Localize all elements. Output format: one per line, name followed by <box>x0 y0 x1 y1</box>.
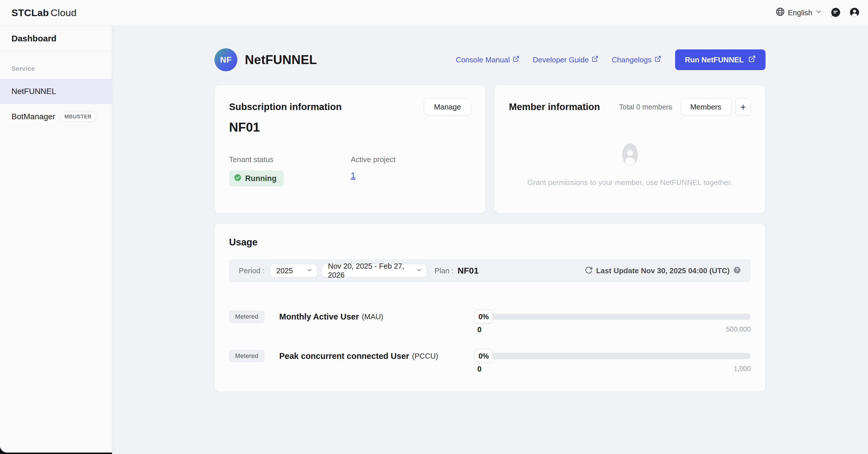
chevron-down-icon <box>815 8 822 17</box>
topbar-actions: English <box>775 7 860 19</box>
meter-max-value: 1,000 <box>734 365 751 373</box>
sidebar-item-label: NetFUNNEL <box>11 87 56 96</box>
date-range-select[interactable]: Nov 20, 2025 - Feb 27, 2026 <box>321 264 427 278</box>
sidebar-item-netfunnel[interactable]: NetFUNNEL <box>0 79 112 104</box>
developer-guide-link[interactable]: Developer Guide <box>533 55 598 64</box>
tenant-status-badge: Running <box>229 170 284 187</box>
sidebar: Dashboard Service NetFUNNEL BotManager M… <box>0 26 112 454</box>
progress-bar <box>477 353 751 359</box>
member-total-text: Total 0 members <box>619 103 672 111</box>
person-placeholder-icon <box>621 162 639 167</box>
meter-abbr: (PCCU) <box>412 352 438 361</box>
sidebar-item-dashboard[interactable]: Dashboard <box>0 26 112 51</box>
period-label: Period : <box>239 266 265 275</box>
chevron-down-icon <box>306 266 313 275</box>
page-title: NetFUNNEL <box>245 53 317 67</box>
sidebar-section-service: Service <box>11 65 100 73</box>
member-card: Member information Total 0 members Membe… <box>494 85 766 214</box>
member-empty-state: Grant permissions to your member, use Ne… <box>509 115 751 187</box>
mbuster-badge: MBUSTER <box>60 112 96 122</box>
members-button[interactable]: Members <box>680 98 732 115</box>
percent-badge: 0% <box>474 349 493 363</box>
sidebar-item-label: BotManager <box>11 112 55 121</box>
meter-current-value: 0 <box>477 325 482 334</box>
usage-card: Usage Period : 2025 Nov 20, 2025 - Feb 2… <box>214 223 766 392</box>
subscription-plan-name: NF01 <box>229 120 471 135</box>
tenant-status-value: Running <box>245 174 276 183</box>
header-links: Console Manual Developer Guide Changelog… <box>456 55 661 64</box>
meter-name: Monthly Active User <box>279 312 359 321</box>
year-select[interactable]: 2025 <box>270 264 317 278</box>
svg-text:?: ? <box>736 267 739 273</box>
meter-max-value: 500,000 <box>726 325 751 334</box>
feedback-chat-button[interactable] <box>830 7 841 19</box>
active-project-label: Active project <box>351 155 396 164</box>
external-link-icon <box>592 55 598 64</box>
external-link-icon <box>513 55 520 64</box>
last-update-text: Last Update Nov 30, 2025 04:00 (UTC) <box>596 266 730 275</box>
meter-row-mau: Metered Monthly Active User (MAU) 0% <box>229 310 751 334</box>
changelogs-link[interactable]: Changelogs <box>612 55 661 64</box>
external-link-icon <box>654 55 661 64</box>
metered-badge: Metered <box>229 311 265 323</box>
check-circle-icon <box>234 174 242 183</box>
run-netfunnel-button[interactable]: Run NetFUNNEL <box>675 50 766 70</box>
progress-bar <box>477 313 751 320</box>
brand-light: Cloud <box>51 7 76 18</box>
account-menu-button[interactable] <box>849 7 860 19</box>
brand-bold: STCLab <box>11 7 49 18</box>
plan-value: NF01 <box>458 266 478 276</box>
user-avatar-icon <box>849 7 860 19</box>
brand-logo: STCLabCloud <box>11 7 76 19</box>
chat-bubble-icon <box>830 7 841 19</box>
percent-badge: 0% <box>474 310 493 323</box>
top-bar: STCLabCloud English <box>0 0 868 26</box>
member-empty-text: Grant permissions to your member, use Ne… <box>509 178 751 187</box>
page-header: NF NetFUNNEL Console Manual Developer Gu… <box>214 48 766 71</box>
external-link-icon <box>748 55 756 65</box>
plus-icon: + <box>740 102 746 113</box>
console-manual-link[interactable]: Console Manual <box>456 55 520 64</box>
link-label: Console Manual <box>456 55 510 64</box>
language-label: English <box>788 8 812 17</box>
add-member-button[interactable]: + <box>735 98 751 115</box>
sidebar-item-botmanager[interactable]: BotManager MBUSTER <box>0 104 112 129</box>
usage-title: Usage <box>229 237 751 248</box>
link-label: Developer Guide <box>533 55 589 64</box>
link-label: Changelogs <box>612 55 652 64</box>
manage-button[interactable]: Manage <box>424 98 471 115</box>
page: STCLabCloud English <box>0 0 868 454</box>
sidebar-panel: Dashboard Service NetFUNNEL BotManager M… <box>0 26 112 453</box>
refresh-icon[interactable] <box>585 266 593 275</box>
member-title: Member information <box>509 102 600 112</box>
plan-label: Plan : <box>435 266 454 275</box>
netfunnel-logo-icon: NF <box>214 48 237 71</box>
main-content: NF NetFUNNEL Console Manual Developer Gu… <box>112 26 868 454</box>
language-selector[interactable]: English <box>775 7 822 19</box>
meter-row-pccu: Metered Peak concurrent connected User (… <box>229 349 751 373</box>
help-icon[interactable]: ? <box>733 266 741 275</box>
subscription-title: Subscription information <box>229 102 342 112</box>
meter-abbr: (MAU) <box>362 312 383 321</box>
run-button-label: Run NetFUNNEL <box>685 55 744 64</box>
date-range-value: Nov 20, 2025 - Feb 27, 2026 <box>328 262 411 280</box>
year-select-value: 2025 <box>276 266 293 275</box>
chevron-down-icon <box>416 266 422 275</box>
active-project-link[interactable]: 1 <box>351 170 355 180</box>
meter-current-value: 0 <box>477 365 482 373</box>
metered-badge: Metered <box>229 350 265 362</box>
tenant-status-label: Tenant status <box>229 155 351 164</box>
subscription-card: Subscription information Manage NF01 Ten… <box>214 85 486 214</box>
usage-filter-bar: Period : 2025 Nov 20, 2025 - Feb 27, 202… <box>229 259 751 282</box>
globe-icon <box>775 7 785 19</box>
meter-name: Peak concurrent connected User <box>279 351 409 361</box>
